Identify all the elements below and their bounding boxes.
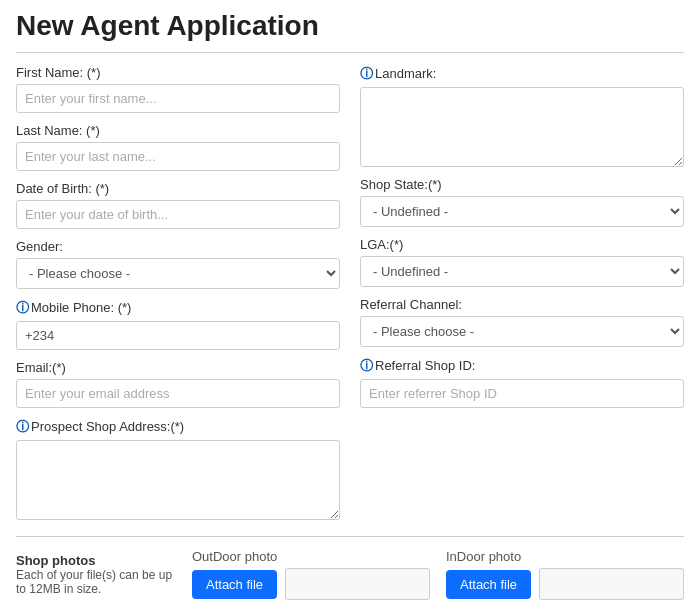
indoor-upload-row: Attach file xyxy=(446,568,684,600)
indoor-file-display xyxy=(539,568,684,600)
prospect-textarea[interactable] xyxy=(16,440,340,520)
indoor-attach-button[interactable]: Attach file xyxy=(446,570,531,599)
email-input[interactable] xyxy=(16,379,340,408)
referral-shop-group: ⓘReferral Shop ID: xyxy=(360,357,684,408)
shop-state-label: Shop State:(*) xyxy=(360,177,684,192)
landmark-textarea[interactable] xyxy=(360,87,684,167)
referral-shop-input[interactable] xyxy=(360,379,684,408)
outdoor-photo-label: OutDoor photo xyxy=(192,549,430,564)
referral-channel-select[interactable]: - Please choose - xyxy=(360,316,684,347)
referral-shop-info-icon: ⓘ xyxy=(360,358,373,373)
referral-shop-label: ⓘReferral Shop ID: xyxy=(360,357,684,375)
lga-group: LGA:(*) - Undefined - xyxy=(360,237,684,287)
referral-channel-label: Referral Channel: xyxy=(360,297,684,312)
landmark-label: ⓘLandmark: xyxy=(360,65,684,83)
last-name-group: Last Name: (*) xyxy=(16,123,340,171)
outdoor-upload-row: Attach file xyxy=(192,568,430,600)
shop-state-select[interactable]: - Undefined - xyxy=(360,196,684,227)
gender-label: Gender: xyxy=(16,239,340,254)
indoor-photo-group: InDoor photo Attach file xyxy=(446,549,684,600)
lga-label: LGA:(*) xyxy=(360,237,684,252)
shop-photos-title: Shop photos xyxy=(16,553,176,568)
left-column: First Name: (*) Last Name: (*) Date of B… xyxy=(16,65,340,520)
outdoor-photo-group: OutDoor photo Attach file xyxy=(192,549,430,600)
first-name-label: First Name: (*) xyxy=(16,65,340,80)
first-name-input[interactable] xyxy=(16,84,340,113)
email-group: Email:(*) xyxy=(16,360,340,408)
dob-input[interactable] xyxy=(16,200,340,229)
mobile-input[interactable] xyxy=(16,321,340,350)
page-container: New Agent Application First Name: (*) La… xyxy=(0,0,700,608)
shop-state-group: Shop State:(*) - Undefined - xyxy=(360,177,684,227)
page-title: New Agent Application xyxy=(16,10,684,53)
prospect-info-icon: ⓘ xyxy=(16,419,29,434)
last-name-input[interactable] xyxy=(16,142,340,171)
right-column: ⓘLandmark: Shop State:(*) - Undefined - … xyxy=(360,65,684,520)
form-body: First Name: (*) Last Name: (*) Date of B… xyxy=(16,65,684,520)
photo-uploads: OutDoor photo Attach file InDoor photo A… xyxy=(192,549,684,600)
email-label: Email:(*) xyxy=(16,360,340,375)
last-name-label: Last Name: (*) xyxy=(16,123,340,138)
prospect-group: ⓘProspect Shop Address:(*) xyxy=(16,418,340,520)
mobile-group: ⓘMobile Phone: (*) xyxy=(16,299,340,350)
dob-label: Date of Birth: (*) xyxy=(16,181,340,196)
landmark-info-icon: ⓘ xyxy=(360,66,373,81)
gender-group: Gender: - Please choose - xyxy=(16,239,340,289)
lga-select[interactable]: - Undefined - xyxy=(360,256,684,287)
landmark-group: ⓘLandmark: xyxy=(360,65,684,167)
outdoor-file-display xyxy=(285,568,430,600)
dob-group: Date of Birth: (*) xyxy=(16,181,340,229)
mobile-info-icon: ⓘ xyxy=(16,300,29,315)
bottom-bar: Shop photos Each of your file(s) can be … xyxy=(16,536,684,600)
outdoor-attach-button[interactable]: Attach file xyxy=(192,570,277,599)
shop-photos-desc: Each of your file(s) can be up to 12MB i… xyxy=(16,568,176,596)
first-name-group: First Name: (*) xyxy=(16,65,340,113)
shop-photos-info: Shop photos Each of your file(s) can be … xyxy=(16,553,176,596)
mobile-label: ⓘMobile Phone: (*) xyxy=(16,299,340,317)
prospect-label: ⓘProspect Shop Address:(*) xyxy=(16,418,340,436)
indoor-photo-label: InDoor photo xyxy=(446,549,684,564)
gender-select[interactable]: - Please choose - xyxy=(16,258,340,289)
referral-channel-group: Referral Channel: - Please choose - xyxy=(360,297,684,347)
